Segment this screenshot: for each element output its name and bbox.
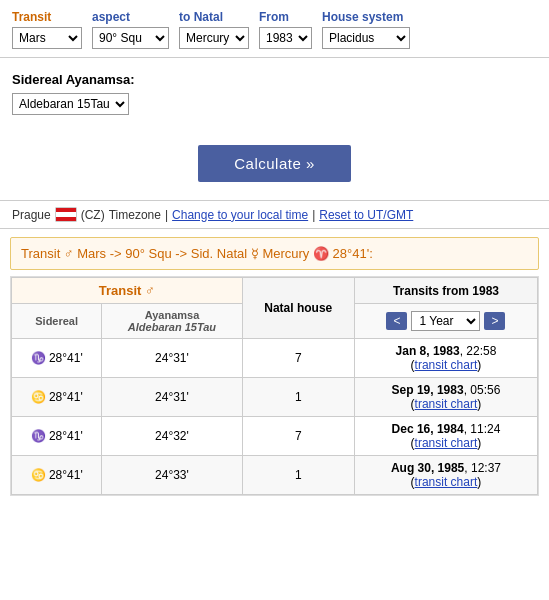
year-select[interactable]: 1 Year 2 Years 5 Years — [411, 311, 480, 331]
transit-date: Sep 19, 1983, 05:56 (transit chart) — [354, 378, 537, 417]
aspect-select[interactable]: 90° Squ 0° Con 60° Sex 120° Tri 180° Opp — [92, 27, 169, 49]
col-header-natal: Natal house — [242, 278, 354, 339]
transit-select[interactable]: Mars Sun Moon Mercury Venus — [12, 27, 82, 49]
calculate-button[interactable]: Calculate » — [198, 145, 351, 182]
sign-degrees: ♑ 28°41' — [12, 339, 102, 378]
results-table-wrap: Transit ♂ Natal house Transits from 1983… — [10, 276, 539, 496]
table-row: ♋ 28°41' 24°33' 1 Aug 30, 1985, 12:37 (t… — [12, 456, 538, 495]
sidereal-select[interactable]: Aldebaran 15Tau Lahiri Raman Krishnamurt… — [12, 93, 129, 115]
from-field-group: From 1983 1982 1984 1985 — [259, 10, 312, 49]
results-header-text: Transit ♂ Mars -> 90° Squ -> Sid. Natal … — [21, 246, 373, 261]
nav-prev-button[interactable]: < — [386, 312, 407, 330]
sidereal-label: Sidereal Ayanamsa: — [12, 72, 537, 87]
sign-degrees: ♑ 28°41' — [12, 417, 102, 456]
ayanamsa-value: 24°31' — [102, 339, 242, 378]
transit-chart-link[interactable]: transit chart — [415, 358, 478, 372]
to-natal-label: to Natal — [179, 10, 249, 24]
separator2: | — [312, 208, 315, 222]
separator1: | — [165, 208, 168, 222]
sign-symbol: ♋ — [31, 468, 46, 482]
house-system-select[interactable]: Placidus Koch Whole Sign Equal — [322, 27, 410, 49]
sign-symbol: ♑ — [31, 429, 46, 443]
ayanamsa-value: 24°33' — [102, 456, 242, 495]
czech-flag — [55, 207, 77, 222]
nav-next-button[interactable]: > — [484, 312, 505, 330]
sign-symbol: ♑ — [31, 351, 46, 365]
transit-date: Aug 30, 1985, 12:37 (transit chart) — [354, 456, 537, 495]
table-row: ♑ 28°41' 24°31' 7 Jan 8, 1983, 22:58 (tr… — [12, 339, 538, 378]
ayanamsa-value: 24°31' — [102, 378, 242, 417]
aspect-field-group: aspect 90° Squ 0° Con 60° Sex 120° Tri 1… — [92, 10, 169, 49]
city-name: Prague — [12, 208, 51, 222]
calculate-section: Calculate » — [0, 125, 549, 200]
timezone-suffix: Timezone — [109, 208, 161, 222]
table-row: ♑ 28°41' 24°32' 7 Dec 16, 1984, 11:24 (t… — [12, 417, 538, 456]
sign-symbol: ♋ — [31, 390, 46, 404]
natal-select[interactable]: Mercury Sun Moon Venus Mars — [179, 27, 249, 49]
from-select[interactable]: 1983 1982 1984 1985 — [259, 27, 312, 49]
aspect-label: aspect — [92, 10, 169, 24]
sign-degrees: ♋ 28°41' — [12, 378, 102, 417]
house-system-label: House system — [322, 10, 410, 24]
reset-utc-link[interactable]: Reset to UT/GMT — [319, 208, 413, 222]
natal-house-value: 7 — [242, 339, 354, 378]
sub-sidereal: Sidereal — [12, 304, 102, 339]
col-header-transit: Transit ♂ — [12, 278, 243, 304]
transit-chart-link[interactable]: transit chart — [415, 475, 478, 489]
natal-house-value: 1 — [242, 456, 354, 495]
ayanamsa-value: 24°32' — [102, 417, 242, 456]
transit-date: Jan 8, 1983, 22:58 (transit chart) — [354, 339, 537, 378]
transit-chart-link[interactable]: transit chart — [415, 436, 478, 450]
top-form: Transit Mars Sun Moon Mercury Venus aspe… — [0, 0, 549, 58]
natal-house-value: 7 — [242, 417, 354, 456]
transit-date: Dec 16, 1984, 11:24 (transit chart) — [354, 417, 537, 456]
house-system-field-group: House system Placidus Koch Whole Sign Eq… — [322, 10, 410, 49]
table-row: ♋ 28°41' 24°31' 1 Sep 19, 1983, 05:56 (t… — [12, 378, 538, 417]
nav-controls: < 1 Year 2 Years 5 Years > — [354, 304, 537, 339]
natal-house-value: 1 — [242, 378, 354, 417]
natal-field-group: to Natal Mercury Sun Moon Venus Mars — [179, 10, 249, 49]
transit-field-group: Transit Mars Sun Moon Mercury Venus — [12, 10, 82, 49]
col-header-transits: Transits from 1983 — [354, 278, 537, 304]
transit-chart-link[interactable]: transit chart — [415, 397, 478, 411]
country-code: (CZ) — [81, 208, 105, 222]
results-table: Transit ♂ Natal house Transits from 1983… — [11, 277, 538, 495]
sub-ayanamsa: Ayanamsa Aldebaran 15Tau — [102, 304, 242, 339]
timezone-bar: Prague (CZ) Timezone | Change to your lo… — [0, 200, 549, 229]
sign-degrees: ♋ 28°41' — [12, 456, 102, 495]
sidereal-section: Sidereal Ayanamsa: Aldebaran 15Tau Lahir… — [0, 58, 549, 125]
from-label: From — [259, 10, 312, 24]
transit-label: Transit — [12, 10, 82, 24]
results-header: Transit ♂ Mars -> 90° Squ -> Sid. Natal … — [10, 237, 539, 270]
change-local-time-link[interactable]: Change to your local time — [172, 208, 308, 222]
